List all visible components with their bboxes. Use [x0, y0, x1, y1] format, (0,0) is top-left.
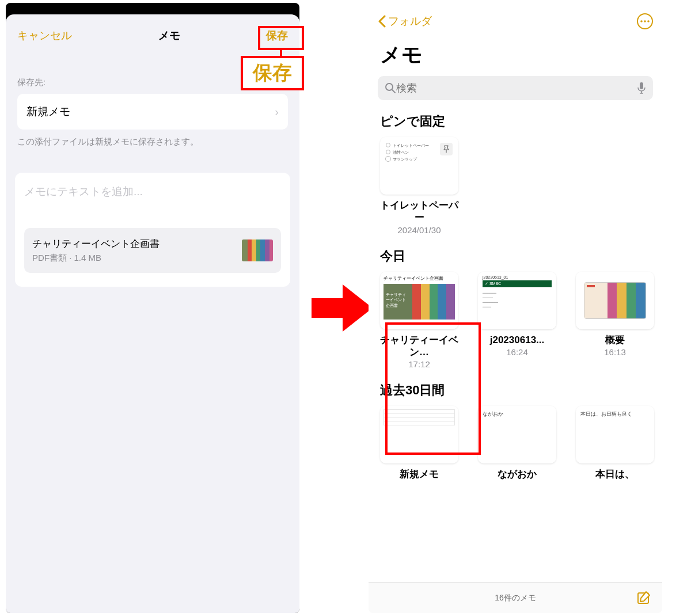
attachment-row[interactable]: チャリティーイベント企画書 PDF書類 · 1.4 MB — [24, 228, 281, 273]
note-title: j20230613... — [490, 334, 545, 346]
chevron-right-icon: › — [275, 105, 279, 119]
page-title: メモ — [369, 33, 662, 76]
save-description: この添付ファイルは新規メモに保存されます。 — [17, 136, 288, 147]
note-title: トイレットペーパー — [380, 199, 458, 224]
today-note-j[interactable]: j20230613_01 ✓ SMBC ━━━━━━━━━━━━━━━━━━━━… — [478, 272, 556, 370]
svg-line-4 — [392, 90, 395, 93]
more-button[interactable] — [637, 13, 653, 29]
svg-point-3 — [386, 83, 393, 90]
cancel-button[interactable]: キャンセル — [17, 28, 72, 43]
save-destination-name: 新規メモ — [26, 104, 70, 119]
pinned-preview-lines: トイレットペーパー 油性ペン サランラップ — [393, 142, 429, 163]
pin-icon — [440, 143, 453, 155]
save-sheet: キャンセル メモ 保存 保存先: 新規メモ › この添付ファイルは新規メモに保存… — [6, 14, 299, 613]
note-thumbnail: j20230613_01 ✓ SMBC ━━━━━━━━━━━━━━━━━━━━… — [478, 272, 556, 329]
pinned-note-card[interactable]: トイレットペーパー 油性ペン サランラップ トイレットペーパー 2024/01/… — [380, 137, 458, 235]
note-title: ながおか — [498, 468, 537, 480]
notes-count: 16件のメモ — [495, 593, 536, 603]
right-phone: フォルダ メモ ピンで固定 トイレットペーパー 油性ペン サランラップ トイレッ… — [369, 3, 662, 613]
back-button[interactable]: フォルダ — [378, 14, 432, 29]
note-thumbnail: ながおか — [478, 406, 556, 463]
highlight-save-small — [258, 26, 304, 50]
sheet-header: キャンセル メモ 保存 — [6, 14, 299, 57]
past-note-nagaoka[interactable]: ながおか ながおか — [478, 406, 556, 480]
sheet-title: メモ — [158, 28, 180, 43]
note-text-input[interactable]: メモにテキストを追加... — [24, 184, 281, 199]
compose-button[interactable] — [637, 591, 652, 606]
note-time: 16:13 — [604, 347, 626, 357]
search-bar[interactable] — [378, 76, 653, 100]
search-icon — [385, 82, 396, 94]
svg-point-2 — [647, 20, 650, 22]
past-note-honjitsu[interactable]: 本日は、お日柄も良く 本日は、 — [576, 406, 654, 480]
highlight-save-big: 保存 — [241, 56, 304, 90]
section-pinned-header: ピンで固定 — [369, 100, 662, 137]
back-label: フォルダ — [388, 14, 432, 29]
notes-list-header: フォルダ — [369, 3, 662, 33]
svg-point-0 — [640, 20, 643, 22]
note-thumbnail — [576, 272, 654, 329]
chevron-left-icon — [378, 15, 386, 28]
bottom-toolbar: 16件のメモ — [369, 582, 662, 613]
mic-icon[interactable] — [637, 82, 646, 94]
svg-rect-5 — [640, 82, 643, 89]
arrow-right-icon — [312, 284, 373, 332]
note-title: 本日は、 — [595, 468, 635, 480]
note-time: 16:24 — [506, 347, 528, 357]
note-title: 新規メモ — [400, 468, 439, 480]
note-title: 概要 — [605, 334, 625, 346]
note-thumbnail: チャリティーイベント企画書 チャリティーイベント企画書 — [380, 272, 458, 329]
save-destination-row[interactable]: 新規メモ › — [17, 94, 288, 130]
today-note-overview[interactable]: 概要 16:13 — [576, 272, 654, 370]
note-thumbnail: トイレットペーパー 油性ペン サランラップ — [380, 137, 458, 195]
pinned-grid: トイレットペーパー 油性ペン サランラップ トイレットペーパー 2024/01/… — [369, 137, 662, 235]
left-phone: キャンセル メモ 保存 保存先: 新規メモ › この添付ファイルは新規メモに保存… — [6, 3, 299, 613]
search-input[interactable] — [396, 82, 637, 94]
attachment-title: チャリティーイベント企画書 — [32, 237, 160, 250]
attachment-info: チャリティーイベント企画書 PDF書類 · 1.4 MB — [32, 237, 160, 264]
note-date: 2024/01/30 — [397, 225, 441, 235]
highlight-today-first — [385, 322, 481, 455]
svg-point-1 — [644, 20, 646, 22]
note-text-card: メモにテキストを追加... チャリティーイベント企画書 PDF書類 · 1.4 … — [15, 173, 290, 287]
attachment-meta: PDF書類 · 1.4 MB — [32, 253, 160, 264]
attachment-thumbnail — [242, 239, 273, 261]
more-icon — [640, 20, 650, 22]
compose-icon — [637, 591, 652, 606]
note-thumbnail: 本日は、お日柄も良く — [576, 406, 654, 463]
section-today-header: 今日 — [369, 235, 662, 272]
